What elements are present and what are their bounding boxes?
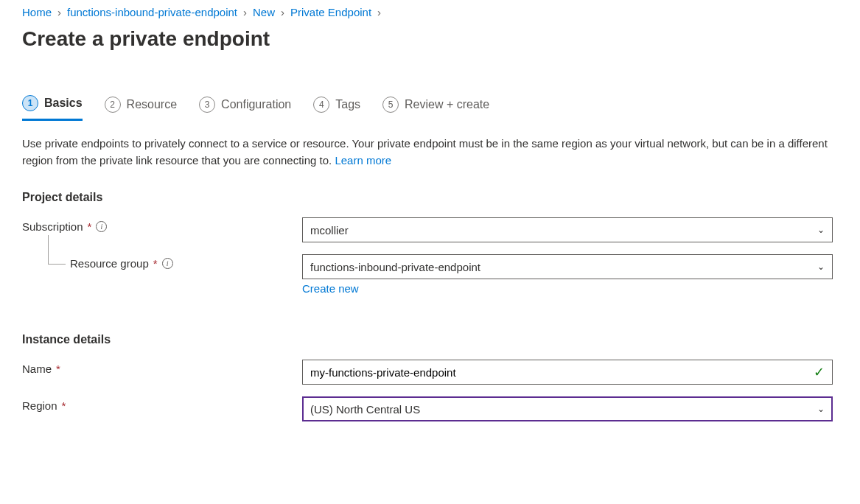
tab-review-create[interactable]: 5 Review + create [382, 95, 489, 121]
tab-label: Tags [335, 98, 360, 111]
info-icon[interactable]: i [96, 221, 107, 232]
chevron-right-icon: › [281, 6, 284, 18]
info-icon[interactable]: i [162, 258, 173, 269]
label-text: Resource group [70, 257, 149, 270]
breadcrumb-new[interactable]: New [253, 6, 275, 18]
tab-label: Basics [44, 97, 83, 110]
tab-num: 5 [382, 97, 399, 113]
subscription-label: Subscription * i [22, 217, 302, 233]
select-value: functions-inbound-private-endpoint [310, 261, 480, 273]
required-indicator: * [88, 220, 92, 233]
required-indicator: * [153, 257, 158, 270]
region-label: Region * [22, 396, 302, 412]
tab-label: Review + create [405, 98, 489, 111]
name-label: Name * [22, 360, 302, 375]
checkmark-icon: ✓ [814, 364, 825, 380]
learn-more-link[interactable]: Learn more [335, 154, 391, 167]
tab-resource[interactable]: 2 Resource [105, 95, 177, 121]
tab-label: Configuration [221, 98, 291, 111]
subscription-select[interactable]: mcollier ⌄ [302, 217, 833, 242]
chevron-down-icon: ⌄ [817, 262, 825, 272]
tree-connector-icon [48, 235, 66, 265]
breadcrumb-private-endpoint[interactable]: Private Endpoint [290, 6, 371, 18]
tab-num: 3 [199, 97, 215, 113]
page-title: Create a private endpoint [22, 27, 838, 51]
tab-num: 4 [313, 97, 329, 113]
instance-details-heading: Instance details [22, 333, 838, 346]
label-text: Region [22, 399, 57, 412]
chevron-right-icon: › [243, 6, 247, 18]
wizard-tabs: 1 Basics 2 Resource 3 Configuration 4 Ta… [22, 95, 838, 121]
chevron-right-icon: › [377, 6, 381, 18]
create-new-link[interactable]: Create new [302, 282, 359, 295]
intro-text: Use private endpoints to privately conne… [22, 136, 838, 169]
required-indicator: * [56, 363, 60, 375]
tab-tags[interactable]: 4 Tags [313, 95, 360, 121]
project-details-heading: Project details [22, 191, 838, 204]
tab-num: 1 [22, 95, 38, 111]
intro-body: Use private endpoints to privately conne… [22, 137, 828, 167]
tab-label: Resource [127, 98, 177, 111]
select-value: mcollier [310, 224, 349, 237]
select-value: (US) North Central US [310, 403, 420, 416]
tab-configuration[interactable]: 3 Configuration [199, 95, 291, 121]
required-indicator: * [62, 399, 66, 412]
label-text: Name [22, 363, 52, 375]
tab-basics[interactable]: 1 Basics [22, 95, 83, 121]
chevron-down-icon: ⌄ [817, 225, 825, 235]
breadcrumb-home[interactable]: Home [22, 6, 52, 18]
region-select[interactable]: (US) North Central US ⌄ [302, 396, 833, 421]
name-input-field[interactable] [310, 366, 814, 379]
tab-num: 2 [105, 97, 121, 113]
breadcrumb-resource-group[interactable]: functions-inbound-private-endpoint [67, 6, 237, 18]
chevron-down-icon: ⌄ [817, 404, 825, 414]
resource-group-select[interactable]: functions-inbound-private-endpoint ⌄ [302, 254, 833, 279]
breadcrumb: Home › functions-inbound-private-endpoin… [22, 6, 838, 18]
resource-group-label: Resource group * i [22, 254, 302, 270]
name-input[interactable]: ✓ [302, 360, 833, 385]
chevron-right-icon: › [57, 6, 61, 18]
label-text: Subscription [22, 220, 83, 233]
